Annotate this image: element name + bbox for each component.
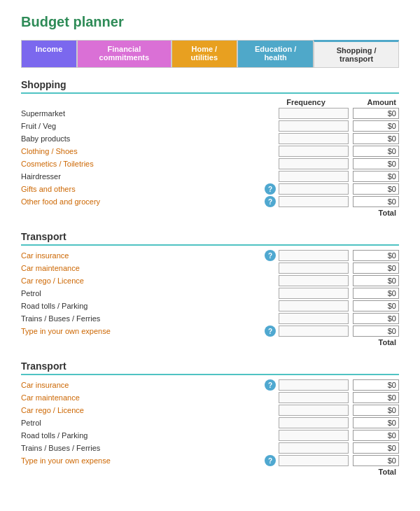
table-row: Petrol$0 (21, 417, 399, 428)
column-headers: FrequencyAmount (21, 98, 399, 106)
frequency-input[interactable] (279, 262, 349, 274)
row-label: Cosmetics / Toiletries (21, 160, 265, 168)
frequency-header: Frequency (267, 98, 344, 106)
table-row: Type in your own expense?$0 (21, 326, 399, 337)
total-row: Total (21, 468, 399, 476)
frequency-input[interactable] (279, 250, 349, 261)
amount-cell: $0 (353, 430, 399, 441)
table-row: Gifts and others?$0 (21, 183, 399, 195)
row-label: Petrol (21, 419, 265, 427)
row-label: Trains / Buses / Ferries (21, 314, 265, 323)
amount-cell: $0 (353, 300, 399, 312)
amount-cell: $0 (353, 288, 399, 299)
help-icon[interactable]: ? (265, 455, 276, 466)
help-icon[interactable]: ? (265, 183, 276, 195)
help-icon[interactable]: ? (265, 326, 276, 337)
frequency-input[interactable] (279, 326, 349, 337)
tab-home[interactable]: Home / utilities (172, 40, 237, 68)
amount-cell: $0 (353, 275, 399, 286)
tab-shopping[interactable]: Shopping / transport (314, 40, 399, 68)
row-label: Clothing / Shoes (21, 147, 265, 155)
amount-cell: $0 (353, 455, 399, 466)
table-row: Hairdresser$0 (21, 171, 399, 182)
row-label: Trains / Buses / Ferries (21, 444, 265, 452)
frequency-input[interactable] (279, 183, 349, 195)
frequency-input[interactable] (279, 158, 349, 169)
table-row: Car insurance?$0 (21, 250, 399, 261)
row-label: Car insurance (21, 381, 265, 389)
tab-financial[interactable]: Financial commitments (77, 40, 172, 68)
frequency-input[interactable] (279, 392, 349, 403)
frequency-input[interactable] (279, 120, 349, 132)
amount-cell: $0 (353, 417, 399, 428)
amount-cell: $0 (353, 379, 399, 391)
row-label: Other food and grocery (21, 197, 265, 206)
row-label: Fruit / Veg (21, 122, 265, 130)
row-label: Road tolls / Parking (21, 431, 265, 440)
frequency-input[interactable] (279, 379, 349, 391)
amount-cell: $0 (353, 171, 399, 182)
tab-bar: Income Financial commitments Home / util… (21, 40, 399, 68)
frequency-input[interactable] (279, 108, 349, 119)
amount-cell: $0 (353, 392, 399, 403)
amount-cell: $0 (353, 262, 399, 274)
table-row: Car rego / Licence$0 (21, 405, 399, 416)
total-label: Total (379, 468, 396, 476)
total-row: Total (21, 338, 399, 346)
table-row: Car maintenance$0 (21, 262, 399, 274)
amount-cell: $0 (353, 442, 399, 454)
amount-cell: $0 (353, 405, 399, 416)
tab-education[interactable]: Education / health (237, 40, 314, 68)
table-row: Fruit / Veg$0 (21, 120, 399, 132)
section-title-2: Transport (21, 360, 399, 375)
tab-income[interactable]: Income (21, 40, 77, 68)
section-0: ShoppingFrequencyAmountSupermarket$0Frui… (21, 79, 399, 217)
row-label: Supermarket (21, 109, 265, 118)
table-row: Cosmetics / Toiletries$0 (21, 158, 399, 169)
table-row: Car insurance?$0 (21, 379, 399, 391)
row-label: Car insurance (21, 251, 265, 260)
table-row: Supermarket$0 (21, 108, 399, 119)
section-2: TransportCar insurance?$0Car maintenance… (21, 360, 399, 476)
frequency-input[interactable] (279, 146, 349, 157)
row-label: Gifts and others (21, 185, 265, 193)
table-row: Road tolls / Parking$0 (21, 430, 399, 441)
frequency-input[interactable] (279, 133, 349, 144)
frequency-input[interactable] (279, 405, 349, 416)
frequency-input[interactable] (279, 171, 349, 182)
frequency-input[interactable] (279, 288, 349, 299)
row-label: Car rego / Licence (21, 406, 265, 414)
frequency-input[interactable] (279, 275, 349, 286)
help-icon[interactable]: ? (265, 196, 276, 207)
frequency-input[interactable] (279, 442, 349, 454)
section-title-0: Shopping (21, 79, 399, 94)
amount-cell: $0 (353, 133, 399, 144)
total-row: Total (21, 209, 399, 217)
help-icon[interactable]: ? (265, 379, 276, 391)
amount-cell: $0 (353, 250, 399, 261)
table-row: Other food and grocery?$0 (21, 196, 399, 207)
amount-cell: $0 (353, 120, 399, 132)
frequency-input[interactable] (279, 313, 349, 324)
table-row: Type in your own expense?$0 (21, 455, 399, 466)
section-title-1: Transport (21, 231, 399, 246)
frequency-input[interactable] (279, 455, 349, 466)
amount-cell: $0 (353, 183, 399, 195)
table-row: Baby products$0 (21, 133, 399, 144)
row-label: Car maintenance (21, 264, 265, 272)
total-label: Total (379, 209, 396, 217)
amount-cell: $0 (353, 158, 399, 169)
row-label: Car rego / Licence (21, 276, 265, 285)
table-row: Car rego / Licence$0 (21, 275, 399, 286)
row-label: Petrol (21, 289, 265, 298)
frequency-input[interactable] (279, 430, 349, 441)
table-row: Petrol$0 (21, 288, 399, 299)
frequency-input[interactable] (279, 196, 349, 207)
amount-cell: $0 (353, 326, 399, 337)
help-icon[interactable]: ? (265, 250, 276, 261)
frequency-input[interactable] (279, 417, 349, 428)
table-row: Car maintenance$0 (21, 392, 399, 403)
total-label: Total (379, 338, 396, 346)
table-row: Trains / Buses / Ferries$0 (21, 442, 399, 454)
frequency-input[interactable] (279, 300, 349, 312)
